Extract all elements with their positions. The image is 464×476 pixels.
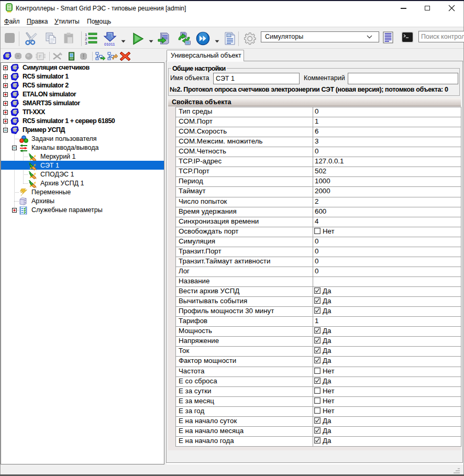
svg-text:3: 3 xyxy=(85,41,87,46)
svg-text:F: F xyxy=(39,54,42,59)
svg-text:01011: 01011 xyxy=(104,42,115,46)
